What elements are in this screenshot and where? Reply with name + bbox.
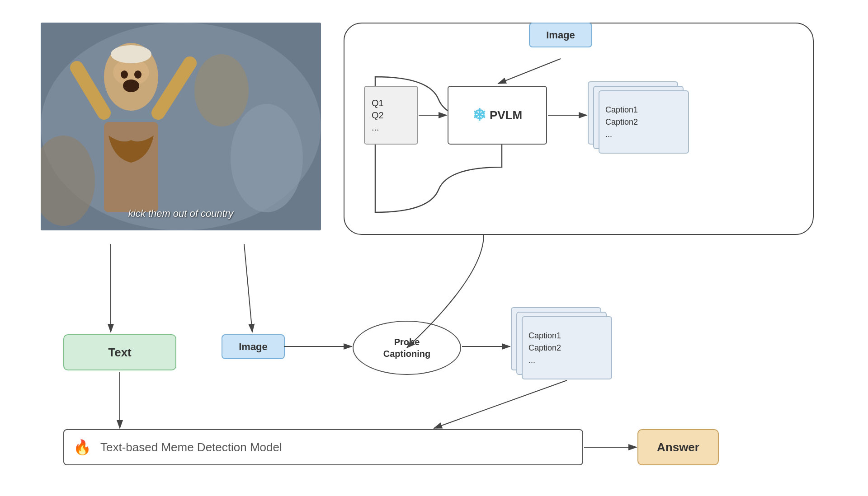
- svg-point-11: [123, 80, 139, 92]
- detection-model-label: Text-based Meme Detection Model: [100, 440, 282, 454]
- svg-point-9: [194, 54, 249, 126]
- svg-point-7: [231, 104, 303, 212]
- pvlm-label: PVLM: [490, 108, 522, 122]
- svg-line-17: [244, 244, 252, 332]
- answer-box: Answer: [637, 429, 719, 465]
- caption-ellipsis-top: ...: [605, 130, 689, 139]
- pvlm-box: ❄ PVLM: [448, 86, 547, 145]
- q2-label: Q2: [372, 110, 384, 121]
- probe-captioning-ellipse: ProbeCaptioning: [353, 321, 461, 375]
- caption1-bottom: Caption1: [528, 331, 612, 341]
- caption2-bottom: Caption2: [528, 343, 612, 353]
- svg-rect-6: [104, 122, 158, 212]
- text-box-green: Text: [63, 334, 176, 370]
- q1-label: Q1: [372, 98, 384, 108]
- caption2-top: Caption2: [605, 117, 689, 127]
- caption1-top: Caption1: [605, 105, 689, 115]
- svg-line-24: [434, 380, 567, 428]
- svg-point-12: [121, 70, 128, 79]
- svg-point-13: [134, 70, 142, 79]
- caption-content-top: Caption1 Caption2 ...: [599, 90, 689, 154]
- meme-image: kick them out of country: [41, 23, 321, 230]
- detection-model-box: 🔥 Text-based Meme Detection Model: [63, 429, 583, 465]
- fire-icon: 🔥: [73, 439, 91, 456]
- caption-ellipsis-bottom: ...: [528, 356, 612, 365]
- caption-content-bottom: Caption1 Caption2 ...: [522, 316, 612, 379]
- questions-box: Q1 Q2 ...: [364, 86, 418, 145]
- q-ellipsis: ...: [372, 122, 379, 133]
- probe-captioning-label: ProbeCaptioning: [383, 336, 430, 360]
- svg-point-10: [111, 45, 151, 63]
- diagram-container: kick them out of country Image Q1 Q2 ...…: [27, 14, 841, 483]
- meme-text: kick them out of country: [41, 206, 321, 221]
- image-box-bottom: Image: [222, 334, 285, 359]
- image-box-top: Image: [529, 23, 592, 47]
- snowflake-icon: ❄: [472, 106, 486, 125]
